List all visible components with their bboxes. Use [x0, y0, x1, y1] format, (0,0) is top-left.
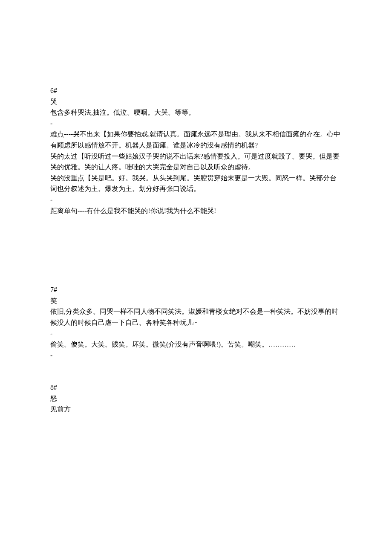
- body-text: 哭的太过【听没听过一些姑娘汉子哭的说不出话来?感情要投入。可是过度就毁了。要哭。…: [50, 151, 342, 173]
- separator-dash: -: [50, 328, 342, 339]
- separator-dash: -: [50, 350, 342, 361]
- section-title: 哭: [50, 96, 342, 107]
- body-text: 见前方: [50, 404, 342, 415]
- separator-dash: -: [50, 194, 342, 205]
- body-text: 哭的没重点【哭是吧。好。我哭。从头哭到尾。哭腔贯穿始末更是一大毁。同怒一样。哭部…: [50, 173, 342, 194]
- section-title: 笑: [50, 295, 342, 306]
- body-text: 距离单句----有什么是我不能哭的!你说!我为什么不能哭!: [50, 205, 342, 217]
- document-page: 6# 哭 包含多种哭法,抽泣。低泣。哽咽。大哭。等等。 - 难点----哭不出来…: [0, 0, 392, 555]
- post-number: 8#: [50, 382, 342, 393]
- section-title: 怒: [50, 393, 342, 404]
- post-number: 7#: [50, 284, 342, 295]
- body-text: 依旧,分类众多。同哭一样不同人物不同笑法。淑媛和青楼女绝对不会是一种笑法。不妨没…: [50, 306, 342, 328]
- body-text: 偷笑。傻笑。大笑。贱笑。坏笑。微笑(介没有声音啊喂!)。苦笑。嘲笑。…………: [50, 339, 342, 350]
- post-number: 6#: [50, 85, 342, 96]
- body-text: 难点----哭不出来【如果你要拍戏,就请认真。面瘫永远不是理由。我从来不相信面瘫…: [50, 129, 342, 150]
- section-8: 8# 怒 见前方: [50, 382, 342, 415]
- separator-dash: -: [50, 118, 342, 129]
- section-7: 7# 笑 依旧,分类众多。同哭一样不同人物不同笑法。淑媛和青楼女绝对不会是一种笑…: [50, 284, 342, 361]
- body-text: 包含多种哭法,抽泣。低泣。哽咽。大哭。等等。: [50, 107, 342, 118]
- section-6: 6# 哭 包含多种哭法,抽泣。低泣。哽咽。大哭。等等。 - 难点----哭不出来…: [50, 85, 342, 216]
